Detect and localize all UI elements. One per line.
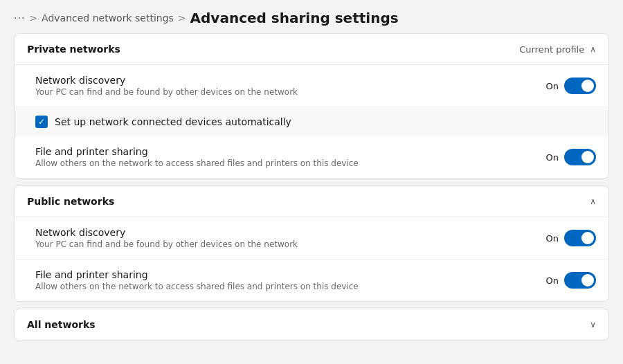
section-right-private: Current profile∧ bbox=[519, 44, 596, 55]
section-body-public: Network discoveryYour PC can find and be… bbox=[15, 217, 608, 301]
chevron-all-icon: ∨ bbox=[590, 320, 596, 329]
setting-control-private-discovery: On bbox=[546, 78, 596, 94]
checkbox-check-icon: ✓ bbox=[38, 118, 45, 126]
setting-desc-public-discovery: Your PC can find and be found by other d… bbox=[35, 239, 546, 249]
section-public: Public networks∧Network discoveryYour PC… bbox=[14, 185, 609, 302]
section-right-all: ∨ bbox=[590, 320, 596, 329]
setting-control-private-sharing: On bbox=[546, 149, 596, 165]
setting-row-public-sharing: File and printer sharingAllow others on … bbox=[15, 259, 608, 301]
page-title: Advanced sharing settings bbox=[190, 10, 399, 26]
setting-info-public-sharing: File and printer sharingAllow others on … bbox=[35, 269, 546, 291]
section-header-private[interactable]: Private networksCurrent profile∧ bbox=[15, 34, 608, 64]
section-all: All networks∨ bbox=[14, 309, 609, 340]
setting-status-public-sharing: On bbox=[546, 275, 559, 286]
section-label-private: Private networks bbox=[27, 44, 120, 55]
setting-info-public-discovery: Network discoveryYour PC can find and be… bbox=[35, 227, 546, 249]
setting-status-private-sharing: On bbox=[546, 152, 559, 163]
setting-control-public-sharing: On bbox=[546, 272, 596, 289]
section-right-public: ∧ bbox=[590, 197, 596, 206]
toggle-public-sharing[interactable] bbox=[564, 272, 596, 289]
checkbox-label-private-auto-connect: Set up network connected devices automat… bbox=[55, 116, 291, 127]
section-body-private: Network discoveryYour PC can find and be… bbox=[15, 65, 608, 178]
setting-info-private-discovery: Network discoveryYour PC can find and be… bbox=[35, 75, 546, 97]
section-header-all[interactable]: All networks∨ bbox=[15, 309, 608, 340]
setting-label-public-discovery: Network discovery bbox=[35, 227, 546, 238]
setting-status-public-discovery: On bbox=[546, 233, 559, 244]
section-label-public: Public networks bbox=[27, 196, 114, 207]
toggle-thumb bbox=[581, 232, 594, 244]
section-private: Private networksCurrent profile∧Network … bbox=[14, 33, 609, 179]
setting-row-public-discovery: Network discoveryYour PC can find and be… bbox=[15, 217, 608, 259]
checkbox-private-auto-connect[interactable]: ✓ bbox=[35, 116, 48, 128]
setting-info-private-sharing: File and printer sharingAllow others on … bbox=[35, 146, 546, 168]
setting-label-private-sharing: File and printer sharing bbox=[35, 146, 546, 157]
sep2: > bbox=[178, 12, 186, 24]
current-profile-badge: Current profile bbox=[519, 44, 584, 55]
section-label-all: All networks bbox=[27, 319, 96, 330]
setting-desc-private-sharing: Allow others on the network to access sh… bbox=[35, 158, 546, 168]
setting-status-private-discovery: On bbox=[546, 81, 559, 91]
setting-label-private-discovery: Network discovery bbox=[35, 75, 546, 86]
chevron-public-icon: ∧ bbox=[590, 197, 596, 206]
breadcrumb-link[interactable]: Advanced network settings bbox=[42, 12, 174, 24]
sep1: > bbox=[29, 12, 37, 24]
section-header-public[interactable]: Public networks∧ bbox=[15, 186, 608, 217]
toggle-thumb bbox=[581, 151, 594, 163]
toggle-private-sharing[interactable] bbox=[564, 149, 596, 165]
toggle-thumb bbox=[581, 80, 594, 92]
setting-desc-public-sharing: Allow others on the network to access sh… bbox=[35, 282, 546, 291]
setting-label-public-sharing: File and printer sharing bbox=[35, 269, 546, 280]
setting-row-private-sharing: File and printer sharingAllow others on … bbox=[15, 136, 608, 178]
breadcrumb-bar: ··· > Advanced network settings > Advanc… bbox=[0, 0, 623, 33]
back-dots[interactable]: ··· bbox=[14, 12, 25, 24]
main-content: Private networksCurrent profile∧Network … bbox=[0, 33, 623, 364]
toggle-thumb bbox=[581, 274, 594, 286]
setting-row-private-discovery: Network discoveryYour PC can find and be… bbox=[15, 65, 608, 107]
chevron-private-icon: ∧ bbox=[590, 44, 596, 54]
toggle-public-discovery[interactable] bbox=[564, 230, 596, 246]
checkbox-row-private-auto-connect: ✓Set up network connected devices automa… bbox=[15, 107, 608, 136]
setting-desc-private-discovery: Your PC can find and be found by other d… bbox=[35, 87, 546, 97]
toggle-private-discovery[interactable] bbox=[564, 78, 596, 94]
setting-control-public-discovery: On bbox=[546, 230, 596, 246]
